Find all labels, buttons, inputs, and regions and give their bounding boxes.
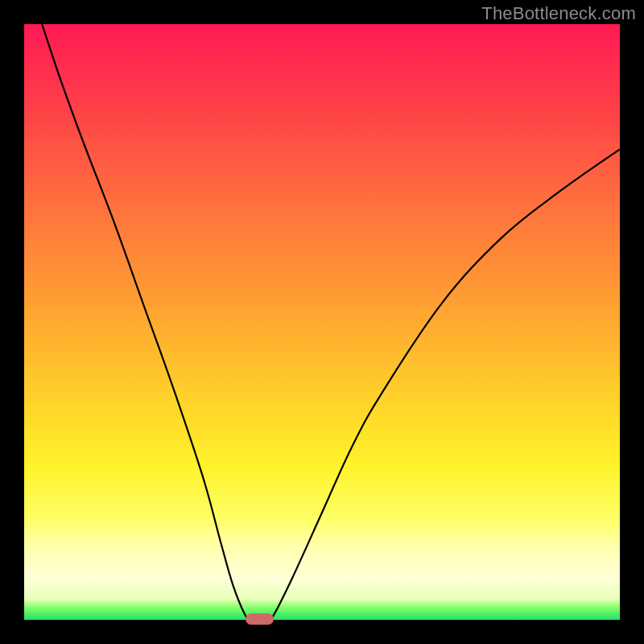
plot-area xyxy=(24,24,620,620)
optimum-marker xyxy=(246,613,275,625)
chart-frame: TheBottleneck.com xyxy=(0,0,644,644)
watermark-text: TheBottleneck.com xyxy=(481,3,636,24)
bottleneck-curve xyxy=(42,24,620,620)
curve-layer xyxy=(24,24,620,620)
